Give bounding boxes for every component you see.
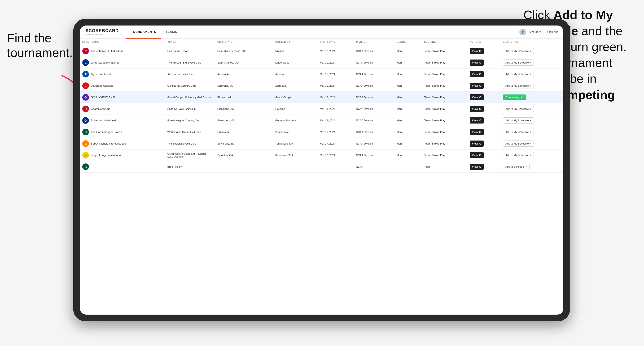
- event-name: Champions Cup: [91, 107, 110, 110]
- venue-cell: Grand Canyon University Golf Course: [165, 92, 215, 103]
- division-cell: NCAA Division I: [354, 115, 394, 126]
- competing-cell: Add to My Schedule +: [500, 150, 563, 161]
- col-actions: ACTIONS: [467, 39, 501, 45]
- competing-cell: Add to My Schedule +: [500, 45, 563, 57]
- view-button[interactable]: View ⊙: [470, 94, 484, 100]
- view-button[interactable]: View ⊙: [470, 83, 484, 89]
- competing-button[interactable]: Competing ✓: [503, 94, 526, 100]
- view-button[interactable]: View ⊙: [470, 106, 484, 112]
- team-logo: H: [82, 106, 89, 112]
- nav-tabs: TOURNAMENTS TEAMS: [126, 25, 182, 39]
- start-date-cell: Mar 11, 2024: [318, 45, 354, 57]
- city-state-cell: Sevierville, TN: [215, 138, 273, 150]
- col-division: DIVISION: [354, 39, 394, 45]
- actions-cell: View ⊙: [467, 80, 501, 92]
- start-date-cell: Mar 15, 2024: [318, 115, 354, 126]
- division-cell: NCAA: [354, 161, 394, 173]
- team-logo: L: [82, 59, 89, 66]
- venue-cell: Sea Palms Resort: [165, 45, 215, 57]
- competing-cell: Add to My Schedule +: [500, 68, 563, 80]
- venue-cell: The Missouri Bluffs Golf Club: [165, 57, 215, 68]
- division-cell: NCAA Division I: [354, 126, 394, 138]
- team-logo: R: [82, 48, 89, 54]
- view-button[interactable]: View ⊙: [470, 48, 484, 54]
- city-state-cell: Saint Charles, MO: [215, 57, 273, 68]
- view-button[interactable]: View ⊙: [470, 164, 484, 170]
- event-name-cell: R The Johnnie - O Individual: [80, 45, 165, 57]
- gender-cell: Men: [394, 68, 422, 80]
- tab-tournaments[interactable]: TOURNAMENTS: [126, 25, 161, 39]
- scoring-cell: Team, Stroke Play: [422, 103, 467, 115]
- start-date-cell: Mar 12, 2024: [318, 92, 354, 103]
- view-button[interactable]: View ⊙: [470, 152, 484, 158]
- division-cell: NCAA Division I: [354, 92, 394, 103]
- view-button[interactable]: View ⊙: [470, 59, 484, 66]
- gender-cell: Men: [394, 150, 422, 161]
- scoring-cell: Team, Stroke Play: [422, 45, 467, 57]
- actions-cell: View ⊙: [467, 126, 501, 138]
- venue-cell: Oakbourne Country Club: [165, 80, 215, 92]
- city-state-cell: Eatonton, GA: [215, 150, 273, 161]
- table-header-row: EVENT NAME VENUE CITY, STATE HOSTED BY S…: [80, 39, 563, 45]
- scoring-cell: Team,: [422, 161, 467, 173]
- start-date-cell: Mar 11, 2024: [318, 57, 354, 68]
- add-to-schedule-button[interactable]: Add to Schedule +: [503, 164, 530, 170]
- table-row: H Champions Cup Shadow Hawk Golf ClubRic…: [80, 103, 563, 115]
- scoring-cell: Team, Stroke Play: [422, 57, 467, 68]
- table-row: L Louisiana Classics Oakbourne Country C…: [80, 80, 563, 92]
- competing-cell: Add to Schedule +: [500, 161, 563, 173]
- add-to-schedule-button[interactable]: Add to My Schedule +: [503, 71, 534, 77]
- user-name: Test User: [529, 30, 541, 34]
- competing-cell: Add to My Schedule +: [500, 103, 563, 115]
- tablet-screen: SCOREBOARD Powered by clippd TOURNAMENTS…: [80, 25, 563, 315]
- add-to-schedule-button[interactable]: Add to My Schedule +: [503, 129, 534, 135]
- venue-cell: The Sevierville Golf Club: [165, 138, 215, 150]
- competing-cell: Add to My Schedule +: [500, 80, 563, 92]
- gender-cell: Men: [394, 57, 422, 68]
- scoring-cell: Team, Stroke Play: [422, 138, 467, 150]
- add-to-schedule-button[interactable]: Add to My Schedule +: [503, 83, 534, 89]
- view-button[interactable]: View ⊙: [470, 141, 484, 147]
- team-logo: G: [82, 94, 89, 101]
- event-name: The Carpetbagger Classic: [91, 131, 122, 134]
- hosted-by-cell: Grand Canyon: [273, 92, 318, 103]
- venue-cell: Shadow Hawk Golf Club: [165, 103, 215, 115]
- add-to-schedule-button[interactable]: Add to My Schedule +: [503, 141, 534, 147]
- team-logo: K: [82, 152, 89, 159]
- venue-cell: Great Waters Course At Reynolds Lake Oco…: [165, 150, 215, 161]
- start-date-cell: Mar 17, 2024: [318, 150, 354, 161]
- event-name: GCU INVITATIONAL: [91, 96, 116, 99]
- hosted-by-cell: Tennessee Tech: [273, 138, 318, 150]
- venue-cell: Forest Heights Country Club: [165, 115, 215, 126]
- add-to-schedule-button[interactable]: Add to My Schedule +: [503, 152, 534, 158]
- event-name-cell: G Schenkel Invitational: [80, 115, 165, 126]
- city-state-cell: Urbana, MD: [215, 126, 273, 138]
- add-to-schedule-button[interactable]: Add to My Schedule +: [503, 59, 534, 66]
- team-logo: B: [82, 164, 89, 170]
- actions-cell: View ⊙: [467, 45, 501, 57]
- event-name: Schenkel Invitational: [91, 119, 116, 122]
- division-cell: NCAA Division I: [354, 80, 394, 92]
- start-date-cell: Mar 11, 2024: [318, 68, 354, 80]
- gender-cell: Men: [394, 92, 422, 103]
- gender-cell: Men: [394, 126, 422, 138]
- view-button[interactable]: View ⊙: [470, 71, 484, 77]
- col-city-state: CITY, STATE: [215, 39, 273, 45]
- user-avatar: 👤: [519, 29, 526, 35]
- add-to-schedule-button[interactable]: Add to My Schedule +: [503, 117, 534, 124]
- logo-title: SCOREBOARD: [86, 28, 119, 33]
- add-to-schedule-button[interactable]: Add to My Schedule +: [503, 106, 534, 112]
- view-button[interactable]: View ⊙: [470, 117, 484, 124]
- table-row: B Brook ValleyNCAATeam,View ⊙Add to Sche…: [80, 161, 563, 173]
- event-name-cell: B The Carpetbagger Classic: [80, 126, 165, 138]
- view-button[interactable]: View ⊙: [470, 129, 484, 135]
- competing-cell: Competing ✓: [500, 92, 563, 103]
- tab-teams[interactable]: TEAMS: [161, 25, 182, 39]
- team-logo: T: [82, 71, 89, 77]
- col-scoring: SCORING: [422, 39, 467, 45]
- competing-cell: Add to My Schedule +: [500, 138, 563, 150]
- event-name: Linger Longer Invitational: [91, 154, 121, 157]
- add-to-schedule-button[interactable]: Add to My Schedule +: [503, 48, 534, 54]
- city-state-cell: Auburn, AL: [215, 68, 273, 80]
- sign-out-link[interactable]: Sign out: [547, 30, 558, 34]
